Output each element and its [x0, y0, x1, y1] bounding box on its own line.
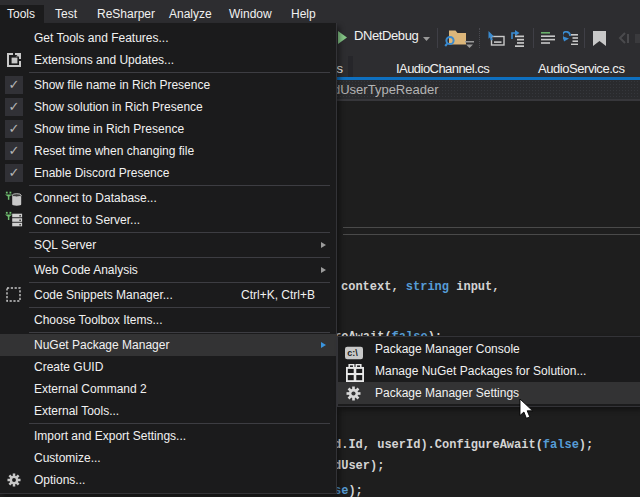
svg-text:c:\: c:\: [347, 348, 358, 358]
